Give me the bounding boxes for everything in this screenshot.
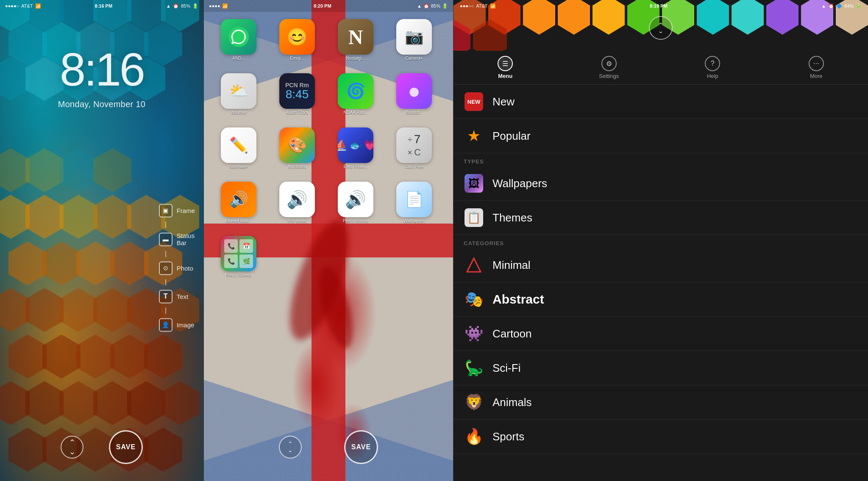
app-nostalgic-label: Nostalgi...	[346, 56, 365, 61]
tab-menu-label: Menu	[498, 73, 512, 79]
app-notepad[interactable]: ✏️ Notepad+	[213, 123, 264, 169]
scifi-icon: 🦕	[464, 358, 484, 378]
tab-more-label: More	[810, 73, 823, 79]
tab-menu[interactable]: ☰ Menu	[453, 53, 557, 83]
menu-battery-text: 84%	[844, 3, 854, 8]
tool-frame[interactable]: ▣ Frame	[159, 199, 195, 221]
app-wallpapers[interactable]: 📄 Wallpapers	[389, 177, 440, 223]
app-calcfree[interactable]: ÷7 ×C Calc. Free	[389, 123, 440, 169]
home-wifi: 📶	[222, 3, 228, 9]
app-appicons-icon: 🎨	[279, 127, 315, 163]
tool-statusbar[interactable]: ▬ StatusBar	[159, 228, 195, 251]
home-status-time: 8:20 PM	[314, 3, 331, 8]
tab-help[interactable]: ? Help	[661, 53, 765, 83]
app-pimpscreen-icon: 📞 📅 📞 🌿	[221, 236, 256, 271]
menu-item-themes[interactable]: 📋 Themes	[453, 201, 868, 235]
app-pimpsound-icon: 🔊	[338, 182, 373, 217]
app-alarmclock-label: Alarm Clock	[286, 110, 309, 115]
menu-status-time: 8:19 PM	[650, 3, 668, 8]
home-nav-button[interactable]: ⌃⌄	[279, 436, 302, 459]
tool-image[interactable]: 👤 Image	[159, 314, 195, 336]
frame-label: Frame	[177, 207, 195, 214]
menu-scifi-label: Sci-Fi	[492, 362, 520, 375]
home-location-icon: ▲	[417, 3, 422, 8]
app-ringtones-icon: 🔊	[279, 182, 315, 217]
app-appicons[interactable]: 🎨 App Icons	[272, 123, 323, 169]
tab-settings[interactable]: ⚙ Settings	[557, 53, 661, 83]
app-calcfree-icon: ÷7 ×C	[396, 127, 432, 163]
menu-sports-label: Sports	[492, 430, 524, 443]
menu-item-animals[interactable]: 🦁 Animals	[453, 385, 868, 420]
frame-icon: ▣	[159, 204, 172, 217]
home-screen-panel: ●●●● 📶 8:20 PM ▲ ⏰ 85% 🔋 AND... 😊 Emoji.…	[203, 0, 453, 481]
app-alarmclock[interactable]: PCN Rm 8:45 Alarm Clock	[272, 69, 323, 115]
app-nostalgic[interactable]: N Nostalgi...	[330, 15, 381, 61]
app-ringtones[interactable]: 🔊 Ringtones	[272, 177, 323, 223]
app-cameraplus[interactable]: 📷 Camera+	[389, 15, 440, 61]
menu-list: NEW New ★ Popular TYPES 🖼 Wallpapers	[453, 85, 868, 481]
animals-icon: 🦁	[464, 392, 484, 412]
lock-nav-button[interactable]: ⌃⌄	[61, 436, 83, 459]
themes-icon: 📋	[464, 207, 484, 228]
carrier-signal: ●●●●○	[5, 3, 19, 8]
app-whatsapp[interactable]: AND...	[213, 15, 264, 61]
app-emojifree[interactable]: ⛵🐟💗 Emoji Free...	[330, 123, 381, 169]
menu-battery-icon: 🔋	[856, 3, 862, 9]
image-label: Image	[177, 321, 195, 329]
menu-location-icon: ▲	[821, 3, 826, 8]
lock-status-right: ▲ ⏰ 85% 🔋	[166, 3, 198, 9]
menu-item-scifi[interactable]: 🦕 Sci-Fi	[453, 351, 868, 385]
app-blurred[interactable]: ● Blurred...	[389, 69, 440, 115]
section-types: TYPES	[453, 153, 868, 166]
lock-save-button[interactable]: SAVE	[109, 430, 143, 464]
menu-carrier-dots: ●●●○○	[460, 3, 474, 8]
app-noaaradar[interactable]: 🌀 NOAA Rad...	[330, 69, 381, 115]
photo-icon: ⊙	[159, 261, 172, 275]
app-weather[interactable]: ⛅ Weather	[213, 69, 264, 115]
menu-item-new[interactable]: NEW New	[453, 85, 868, 119]
menu-item-abstract[interactable]: 🎭 Abstract	[453, 282, 868, 317]
app-cameraplus-label: Camera+	[405, 56, 423, 61]
app-blurwall[interactable]: 🔊 Blurred Wall...	[213, 177, 264, 223]
tool-text[interactable]: T Text	[159, 285, 195, 307]
menu-item-wallpapers[interactable]: 🖼 Wallpapers	[453, 166, 868, 201]
app-pimpsound[interactable]: 🔊 Pimp...Sound	[330, 177, 381, 223]
menu-item-minimal[interactable]: Minimal	[453, 248, 868, 282]
minimal-icon	[464, 255, 484, 275]
app-wallpapers-label: Wallpapers	[403, 218, 425, 223]
home-save-button[interactable]: SAVE	[344, 430, 378, 464]
lock-bottom-controls: ⌃⌄ SAVE	[0, 430, 203, 464]
statusbar-icon: ▬	[159, 232, 172, 246]
lock-status-time: 8:16 PM	[95, 3, 113, 8]
app-blurred-icon: ●	[396, 73, 432, 109]
menu-nav-tabs: ☰ Menu ⚙ Settings ? Help ··· More	[453, 51, 868, 85]
photo-label: Photo	[177, 265, 193, 272]
tab-settings-label: Settings	[599, 73, 619, 79]
tab-more[interactable]: ··· More	[765, 53, 868, 83]
tool-photo[interactable]: ⊙ Photo	[159, 257, 195, 279]
app-emoji[interactable]: 😊 Emoji...	[272, 15, 323, 61]
menu-new-label: New	[492, 95, 515, 108]
menu-popular-label: Popular	[492, 130, 531, 143]
home-bottom-controls: ⌃⌄ SAVE	[204, 430, 453, 464]
battery-text: 85%	[181, 3, 190, 8]
text-label: Text	[177, 293, 189, 300]
abstract-icon: 🎭	[464, 289, 484, 310]
home-battery: 85%	[431, 3, 440, 8]
lock-date-display: Monday, November 10	[0, 100, 203, 109]
menu-item-popular[interactable]: ★ Popular	[453, 119, 868, 153]
wifi-icon: 📶	[35, 3, 41, 9]
tool-divider-4	[165, 307, 166, 314]
menu-status-left: ●●●○○ AT&T 📶	[460, 3, 496, 9]
menu-scroll-button[interactable]: ⌃ ⌄	[649, 16, 673, 40]
tool-divider-3	[165, 279, 166, 285]
home-alarm-icon: ⏰	[423, 3, 429, 9]
menu-abstract-label: Abstract	[492, 292, 544, 307]
app-pimpscreen[interactable]: 📞 📅 📞 🌿 Pimp...Screen	[213, 232, 264, 277]
menu-status-right: ▲ ⏰ 🔷 84% 🔋	[821, 3, 862, 9]
menu-item-sports[interactable]: 🔥 Sports	[453, 420, 868, 454]
app-emojifree-label: Emoji Free...	[344, 164, 368, 169]
home-status-right: ▲ ⏰ 85% 🔋	[417, 3, 448, 9]
menu-item-cartoon[interactable]: 👾 Cartoon	[453, 317, 868, 351]
home-status-bar: ●●●● 📶 8:20 PM ▲ ⏰ 85% 🔋	[204, 0, 453, 12]
